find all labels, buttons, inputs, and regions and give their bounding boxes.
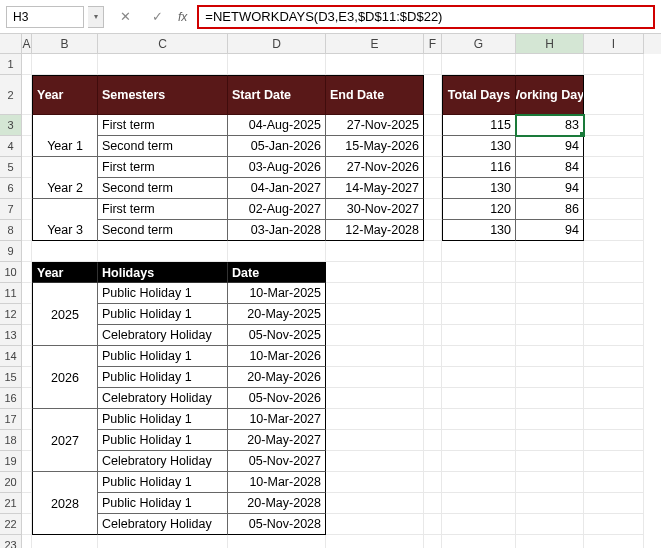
col-header-G[interactable]: G [442,34,516,54]
col-header-D[interactable]: D [228,34,326,54]
cell-C22[interactable]: Celebratory Holiday [98,514,228,535]
cell-G13[interactable] [442,325,516,346]
cell-B16[interactable] [32,388,98,409]
cell-F9[interactable] [424,241,442,262]
cell-F2[interactable] [424,75,442,115]
row-header-10[interactable]: 10 [0,262,22,283]
col-header-C[interactable]: C [98,34,228,54]
col-header-B[interactable]: B [32,34,98,54]
cell-B23[interactable] [32,535,98,548]
cell-I13[interactable] [584,325,644,346]
cell-H7[interactable]: 86 [516,199,584,220]
cell-F21[interactable] [424,493,442,514]
cell-H13[interactable] [516,325,584,346]
cell-F10[interactable] [424,262,442,283]
cell-I10[interactable] [584,262,644,283]
cell-C7[interactable]: First term [98,199,228,220]
cell-H5[interactable]: 84 [516,157,584,178]
cell-G19[interactable] [442,451,516,472]
cell-A20[interactable] [22,472,32,493]
row-header-12[interactable]: 12 [0,304,22,325]
cell-F13[interactable] [424,325,442,346]
cell-E3[interactable]: 27-Nov-2025 [326,115,424,136]
cell-G18[interactable] [442,430,516,451]
cell-D21[interactable]: 20-May-2028 [228,493,326,514]
cell-I15[interactable] [584,367,644,388]
cell-H3[interactable]: 83 [516,115,584,136]
cell-A17[interactable] [22,409,32,430]
row-header-15[interactable]: 15 [0,367,22,388]
cell-G6[interactable]: 130 [442,178,516,199]
cell-G12[interactable] [442,304,516,325]
cell-A21[interactable] [22,493,32,514]
name-box[interactable]: H3 [6,6,84,28]
cell-H8[interactable]: 94 [516,220,584,241]
row-header-18[interactable]: 18 [0,430,22,451]
cell-B12[interactable]: 2025 [32,304,98,325]
cell-F17[interactable] [424,409,442,430]
cell-B5[interactable] [32,157,98,178]
cell-D5[interactable]: 03-Aug-2026 [228,157,326,178]
cell-I16[interactable] [584,388,644,409]
cell-I18[interactable] [584,430,644,451]
cell-D16[interactable]: 05-Nov-2026 [228,388,326,409]
cell-C1[interactable] [98,54,228,75]
cell-E15[interactable] [326,367,424,388]
cell-F4[interactable] [424,136,442,157]
cell-H14[interactable] [516,346,584,367]
cell-E1[interactable] [326,54,424,75]
cell-E21[interactable] [326,493,424,514]
row-header-22[interactable]: 22 [0,514,22,535]
row-header-17[interactable]: 17 [0,409,22,430]
cell-D10[interactable]: Date [228,262,326,283]
cell-E10[interactable] [326,262,424,283]
cell-E6[interactable]: 14-May-2027 [326,178,424,199]
row-header-2[interactable]: 2 [0,75,22,115]
cell-H4[interactable]: 94 [516,136,584,157]
cell-B14[interactable] [32,346,98,367]
cell-C3[interactable]: First term [98,115,228,136]
cell-A2[interactable] [22,75,32,115]
cell-D23[interactable] [228,535,326,548]
cell-A4[interactable] [22,136,32,157]
cell-C5[interactable]: First term [98,157,228,178]
row-header-14[interactable]: 14 [0,346,22,367]
row-header-23[interactable]: 23 [0,535,22,548]
cell-F11[interactable] [424,283,442,304]
cell-C4[interactable]: Second term [98,136,228,157]
cell-H20[interactable] [516,472,584,493]
cell-D17[interactable]: 10-Mar-2027 [228,409,326,430]
cell-C2[interactable]: Semesters [98,75,228,115]
cell-D2[interactable]: Start Date [228,75,326,115]
cell-I9[interactable] [584,241,644,262]
cell-G23[interactable] [442,535,516,548]
cell-I23[interactable] [584,535,644,548]
cell-I2[interactable] [584,75,644,115]
cell-D4[interactable]: 05-Jan-2026 [228,136,326,157]
cell-H16[interactable] [516,388,584,409]
cell-F7[interactable] [424,199,442,220]
cell-E5[interactable]: 27-Nov-2026 [326,157,424,178]
cell-D12[interactable]: 20-May-2025 [228,304,326,325]
cell-E22[interactable] [326,514,424,535]
cell-G5[interactable]: 116 [442,157,516,178]
cell-I3[interactable] [584,115,644,136]
cell-A15[interactable] [22,367,32,388]
cell-B7[interactable] [32,199,98,220]
row-header-7[interactable]: 7 [0,199,22,220]
col-header-I[interactable]: I [584,34,644,54]
cell-H1[interactable] [516,54,584,75]
cell-I4[interactable] [584,136,644,157]
cell-G16[interactable] [442,388,516,409]
cell-E19[interactable] [326,451,424,472]
cell-E23[interactable] [326,535,424,548]
cell-A6[interactable] [22,178,32,199]
col-header-A[interactable]: A [22,34,32,54]
cell-F20[interactable] [424,472,442,493]
cell-G2[interactable]: Total Days [442,75,516,115]
col-header-F[interactable]: F [424,34,442,54]
cell-C19[interactable]: Celebratory Holiday [98,451,228,472]
cell-G22[interactable] [442,514,516,535]
cell-E18[interactable] [326,430,424,451]
cell-I6[interactable] [584,178,644,199]
